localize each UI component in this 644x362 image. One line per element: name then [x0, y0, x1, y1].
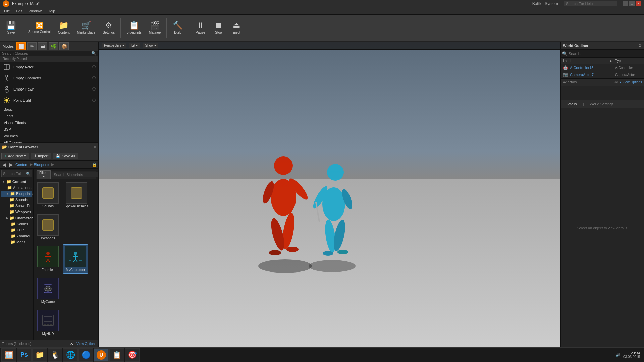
- content-icon: 📁: [59, 21, 69, 29]
- tree-item-tpp[interactable]: 📁 TPP: [1, 227, 32, 233]
- filters-button[interactable]: Filters ▾: [37, 170, 51, 179]
- category-visual-effects[interactable]: Visual Effects: [0, 119, 98, 126]
- geometry-mode-button[interactable]: 📦: [59, 42, 69, 50]
- cb-view-options-button[interactable]: View Options: [76, 342, 96, 346]
- wo-item-cameraactor[interactable]: 📷 CameraActor7 CameraActor: [561, 71, 644, 78]
- vp-perspective-button[interactable]: Perspective ▾: [102, 43, 126, 48]
- tree-item-blueprints[interactable]: ▼ 📁 Blueprints: [1, 191, 32, 197]
- tree-item-maps[interactable]: 📁 Maps: [1, 239, 32, 245]
- toolbar: 💾 Save 🔀 Source Control 📁 Content 🛒 Mark…: [0, 15, 644, 42]
- place-mode-button[interactable]: ⬜: [16, 42, 26, 50]
- matinee-button[interactable]: 🎬 Matinee: [146, 16, 164, 39]
- tree-item-animations[interactable]: 📁 Animations: [1, 185, 32, 191]
- vp-lit-button[interactable]: Lit ▾: [129, 43, 140, 48]
- folder-search-input[interactable]: [3, 172, 26, 176]
- taskbar-chrome[interactable]: 🌐: [63, 348, 78, 362]
- cb-eye-icon: 👁: [70, 342, 74, 346]
- taskbar-linux[interactable]: 🐧: [48, 348, 62, 362]
- blueprints-icon: 📋: [129, 21, 139, 29]
- taskbar-explorer[interactable]: 📁: [32, 348, 47, 362]
- maximize-button[interactable]: □: [629, 1, 635, 6]
- add-new-button[interactable]: + Add New ▾: [1, 153, 29, 159]
- settings-button[interactable]: ⚙ Settings: [100, 16, 118, 39]
- place-item-empty-character[interactable]: Empty Character ⓘ: [0, 73, 98, 84]
- dp-tab-world-settings[interactable]: World Settings: [587, 101, 616, 107]
- viewport[interactable]: Perspective ▾ Lit ▾ Show ▾: [99, 42, 560, 347]
- explorer-icon: 📁: [35, 351, 44, 359]
- content-item-mycharacter[interactable]: MyCharacter: [63, 244, 88, 274]
- vp-show-button[interactable]: Show ▾: [143, 43, 158, 48]
- tree-item-character[interactable]: ▶ 📁 Character: [1, 215, 32, 221]
- stop-button[interactable]: ⏹ Stop: [210, 16, 227, 39]
- dp-tab-details[interactable]: Details: [563, 101, 580, 107]
- source-control-button[interactable]: 🔀 Source Control: [25, 16, 54, 39]
- search-classes-input[interactable]: [2, 51, 90, 55]
- title-bar: U Example_Map* Battle_System ─ □ ✕: [0, 0, 644, 7]
- category-lights[interactable]: Lights: [0, 113, 98, 119]
- nav-back-button[interactable]: ◀: [1, 162, 7, 167]
- content-button[interactable]: 📁 Content: [55, 16, 73, 39]
- content-item-sounds[interactable]: Sounds: [36, 181, 60, 210]
- breadcrumb-blueprints[interactable]: Blueprints: [34, 163, 50, 167]
- content-grid: Filters ▾ 🔍 Sounds: [34, 169, 98, 340]
- menu-help[interactable]: Help: [45, 8, 58, 14]
- breadcrumb-content[interactable]: Content: [15, 163, 29, 167]
- minimize-button[interactable]: ─: [623, 1, 628, 6]
- folder-search-icon: 🔍: [26, 172, 30, 176]
- save-label: Save: [7, 31, 15, 34]
- landscape-mode-button[interactable]: 🏔: [38, 42, 47, 50]
- wo-search-input[interactable]: [569, 52, 643, 56]
- paint-mode-button[interactable]: ✏: [27, 42, 37, 50]
- svg-point-9: [5, 89, 8, 92]
- tree-item-weapons[interactable]: 📁 Weapons: [1, 209, 32, 215]
- start-button[interactable]: 🪟: [1, 348, 16, 362]
- tree-item-sounds[interactable]: 📁 Sounds: [1, 197, 32, 203]
- cb-lock-icon[interactable]: 🔒: [92, 162, 97, 167]
- content-item-weapons[interactable]: Weapons: [36, 213, 60, 242]
- place-item-point-light[interactable]: Point Light ⓘ: [0, 95, 98, 106]
- build-icon: 🔨: [173, 21, 183, 29]
- content-item-myhud[interactable]: MyHUD: [36, 308, 60, 337]
- taskbar-app8[interactable]: 🎯: [125, 348, 140, 362]
- foliage-mode-button[interactable]: 🌿: [49, 42, 58, 50]
- content-item-spawnenemies[interactable]: SpawnEnemies: [63, 181, 90, 210]
- pause-button[interactable]: ⏸ Pause: [192, 16, 209, 39]
- tree-item-content[interactable]: ▼ 📁 Content: [1, 179, 32, 185]
- tree-item-soldier[interactable]: 📁 Soldier: [1, 221, 32, 227]
- cb-nav-bar: ◀ ▶ Content ▶ Blueprints ▶ 🔒: [0, 161, 98, 169]
- tree-item-spawnenemies[interactable]: 📁 SpawnEn...: [1, 203, 32, 209]
- close-button[interactable]: ✕: [636, 1, 641, 6]
- taskbar-app7[interactable]: 📋: [109, 348, 124, 362]
- content-item-mygame[interactable]: MyGame: [36, 276, 60, 305]
- marketplace-button[interactable]: 🛒 Marketplace: [74, 16, 98, 39]
- taskbar-photoshop[interactable]: Ps: [17, 348, 32, 362]
- place-item-empty-actor[interactable]: Empty Actor ⓘ: [0, 62, 98, 73]
- point-light-icon: [3, 96, 11, 104]
- build-button[interactable]: 🔨 Build: [169, 16, 186, 39]
- taskbar-ue4[interactable]: U: [94, 348, 109, 362]
- save-button[interactable]: 💾 Save: [3, 16, 19, 39]
- help-search[interactable]: [564, 1, 617, 6]
- save-all-button[interactable]: 💾 Save All: [53, 153, 78, 159]
- menu-file[interactable]: File: [1, 8, 13, 14]
- nav-forward-button[interactable]: ▶: [8, 162, 14, 167]
- wo-item-aicontroller[interactable]: 🤖 AIController15 AIController: [561, 64, 644, 71]
- eject-button[interactable]: ⏏ Eject: [228, 16, 245, 39]
- taskbar-app5[interactable]: 🔵: [78, 348, 93, 362]
- category-volumes[interactable]: Volumes: [0, 133, 98, 139]
- wo-view-options-button[interactable]: ▾ View Options: [620, 80, 642, 84]
- place-item-empty-pawn[interactable]: Empty Pawn ⓘ: [0, 84, 98, 95]
- wo-settings-icon[interactable]: ⚙: [638, 43, 642, 48]
- content-item-enemies[interactable]: Enemies: [36, 244, 60, 274]
- search-blueprints-input[interactable]: [52, 172, 98, 177]
- tree-item-zombiefe[interactable]: 📁 ZombieFE...: [1, 233, 32, 239]
- wo-col-label[interactable]: Label: [563, 59, 606, 63]
- menu-window[interactable]: Window: [26, 8, 44, 14]
- category-bsp[interactable]: BSP: [0, 126, 98, 133]
- import-button[interactable]: ⬆ Import: [31, 153, 51, 159]
- svg-rect-21: [71, 188, 82, 198]
- blueprints-button[interactable]: 📋 Blueprints: [123, 16, 144, 39]
- cb-expand-icon[interactable]: ×: [94, 144, 96, 150]
- category-basic[interactable]: Basic: [0, 106, 98, 113]
- menu-edit[interactable]: Edit: [13, 8, 25, 14]
